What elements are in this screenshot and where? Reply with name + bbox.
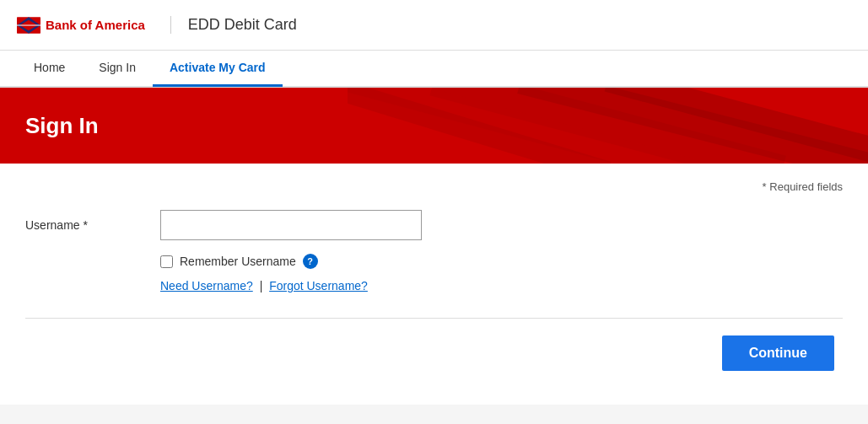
boa-logo-icon [17,17,40,34]
username-field-row: Username * [25,210,843,240]
need-username-link[interactable]: Need Username? [160,279,253,293]
help-icon[interactable]: ? [303,254,318,269]
forgot-username-link[interactable]: Forgot Username? [269,279,368,293]
sign-in-banner: Sign In [0,88,868,164]
nav-activate-card[interactable]: Activate My Card [153,50,283,87]
form-area: * Required fields Username * Remember Us… [0,164,868,405]
remember-username-row: Remember Username ? [160,254,843,269]
button-area: Continue [25,335,843,371]
page-title: EDD Debit Card [170,16,297,34]
form-divider [25,318,843,319]
nav-sign-in[interactable]: Sign In [82,50,153,87]
continue-button[interactable]: Continue [722,335,834,371]
required-note: * Required fields [25,180,843,193]
header: Bank of America EDD Debit Card [0,0,868,51]
username-label: Username * [25,218,160,232]
main-nav: Home Sign In Activate My Card [0,51,868,88]
remember-username-checkbox[interactable] [160,255,173,268]
links-separator: | [260,279,263,293]
main-content: Sign In * Required fields Username * Rem… [0,88,868,405]
brand-name: Bank of America [46,18,145,32]
nav-home[interactable]: Home [17,50,82,87]
username-input[interactable] [160,210,422,240]
banner-decoration [348,88,868,164]
banner-title: Sign In [25,113,99,139]
logo-area: Bank of America [17,17,145,34]
username-links-row: Need Username? | Forgot Username? [160,279,843,293]
remember-username-label: Remember Username [180,255,296,268]
